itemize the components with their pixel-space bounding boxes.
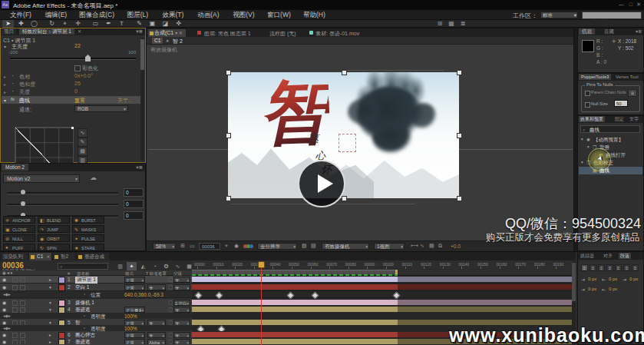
tab-motion2[interactable]: Motion 2 [2, 164, 28, 171]
menu-item-5[interactable]: 动画(A) [190, 11, 226, 19]
layer-duration-bar[interactable] [192, 277, 398, 282]
expander-icon[interactable]: ▾ [587, 144, 590, 149]
motion-slider-value-0[interactable]: 0 [124, 188, 144, 197]
panel-menu-icon[interactable]: ▾≣ [636, 28, 642, 34]
fx-brightness-slider[interactable] [10, 58, 136, 60]
timeline-search-input[interactable]: ⌕ [58, 263, 108, 270]
motion-slider-handle-0[interactable] [21, 190, 25, 194]
stopwatch-icon[interactable]: ◔ [83, 313, 85, 318]
timeline-option-icon-4[interactable]: ✪ [161, 262, 171, 270]
fx-prop-value-1[interactable]: 25 [74, 81, 81, 86]
motion-slider-handle-1[interactable] [21, 201, 25, 206]
switch-box[interactable] [20, 307, 25, 313]
tab-character[interactable]: 文字 [628, 116, 640, 122]
presets-search-input[interactable]: ⌕曲线 [580, 125, 640, 133]
align-grid-icon[interactable]: ⊞ [434, 20, 445, 28]
timeline-tab-0[interactable]: 渲染队列 [2, 253, 28, 260]
tab-1[interactable]: 对齐 [602, 253, 614, 259]
switch-box[interactable] [20, 333, 25, 338]
switch-box[interactable] [20, 300, 25, 306]
align-button-5[interactable]: ≡ [623, 264, 630, 271]
menu-item-6[interactable]: 视图(V) [226, 11, 261, 19]
eye-icon[interactable]: ◉ [2, 332, 6, 337]
slider-handle[interactable] [85, 55, 91, 61]
exposure-value[interactable]: +0.0 [451, 244, 461, 249]
current-time-indicator-handle[interactable] [258, 261, 265, 268]
indent-value-3[interactable]: 0 px [588, 287, 596, 291]
eye-icon[interactable]: ◉ [2, 339, 6, 344]
layer-mode-dropdown[interactable]: 正常▾ [124, 277, 145, 283]
puppet-pin-tool-icon[interactable]: ✜ [173, 20, 184, 28]
indent-value-4[interactable]: 0 px [609, 287, 617, 291]
null-size-checkbox[interactable] [585, 102, 590, 108]
expander-icon[interactable]: ▾ [49, 320, 51, 325]
viewer-misc-icon-2[interactable]: ▤ [429, 243, 434, 249]
close-button[interactable]: ✕ [636, 2, 641, 8]
fx-curves-about[interactable]: 关于.. [117, 97, 131, 104]
fx-brightness-value[interactable]: 22 [74, 43, 81, 48]
parent-dropdown[interactable]: 无▾ [173, 284, 190, 290]
indent-value-2[interactable]: 0 px [629, 277, 638, 281]
tree-item-0[interactable]: 【动画预置】 [593, 137, 623, 144]
menu-item-3[interactable]: 图层(L) [120, 11, 155, 19]
show-snapshot-icon[interactable]: ◉ [234, 243, 239, 249]
layer-mode-dropdown[interactable]: 正常▾ [124, 332, 145, 338]
panel-menu-icon[interactable]: ▾≣ [136, 28, 143, 35]
fx-curves-reset[interactable]: 重置 [74, 97, 85, 104]
maximize-button[interactable]: □ [629, 2, 632, 7]
tab-audio[interactable]: 音频 [601, 28, 617, 35]
track-matte-dropdown[interactable]: 无▾ [147, 284, 166, 290]
motion-button-clone[interactable]: ▣CLONE [3, 225, 35, 233]
motion-button-burst[interactable]: ✺BURST [72, 216, 104, 224]
motion-slider-value-2[interactable]: 0 [124, 211, 144, 220]
parent-chain-button[interactable]: ⧉ [628, 89, 637, 97]
selection-handle[interactable] [226, 196, 231, 201]
align-button-0[interactable]: ≡ [581, 264, 588, 271]
close-icon[interactable]: ✕ [78, 28, 81, 35]
type-tool-icon[interactable]: T [116, 20, 127, 28]
selection-tool-icon[interactable]: ➤ [2, 20, 14, 28]
eye-icon[interactable]: ◉ [2, 320, 6, 325]
menu-item-8[interactable]: 帮助(H) [296, 11, 332, 19]
parent-dropdown[interactable]: 无▾ [173, 332, 190, 338]
expander-icon[interactable]: ▸ [49, 333, 51, 337]
timeline-option-icon-5[interactable]: ∿ [173, 262, 183, 270]
keyframe-nav-icon[interactable]: ◂◆▸ [3, 292, 11, 297]
property-value[interactable]: 100% [124, 313, 137, 319]
fx-colorize-checkbox[interactable] [74, 65, 81, 71]
stamp-tool-icon[interactable]: ▣ [147, 20, 158, 28]
motion-preset-dropdown[interactable]: Motion v2▾ [3, 174, 80, 183]
switch-box[interactable] [12, 277, 18, 283]
expander-icon[interactable]: ▾ [49, 300, 51, 305]
open-curve-icon[interactable]: ▤ [78, 147, 88, 156]
motion-button-puff[interactable]: ●PUFF [3, 244, 35, 251]
tab-puppettools3[interactable]: PuppetTools3 [579, 74, 611, 80]
switch-box[interactable] [12, 285, 18, 290]
selection-handle[interactable] [457, 196, 462, 201]
fx-channel-dropdown[interactable]: RGB▾ [74, 105, 128, 112]
indent-value-0[interactable]: 0 px [588, 277, 596, 281]
align-button-2[interactable]: ≡ [598, 264, 605, 271]
snapshot-icon[interactable]: ⌖ [225, 243, 228, 249]
expander-icon[interactable]: ▾ [49, 285, 51, 290]
tab-2[interactable]: 段落 [619, 253, 631, 259]
layer-mode-dropdown[interactable]: 正片叠底▾ [124, 307, 145, 313]
selection-handle[interactable] [342, 70, 347, 75]
selection-handle[interactable] [226, 133, 231, 138]
panel-menu-icon[interactable]: ≣ [457, 20, 468, 28]
tab-project[interactable]: 项目 [2, 28, 16, 35]
hand-tool-icon[interactable]: ✚ [15, 20, 27, 28]
indent-value-1[interactable]: 0 px [609, 277, 617, 281]
parent-link-icon[interactable]: 〇 [168, 277, 173, 284]
channels-icon[interactable] [243, 244, 253, 249]
tab-effects-presets[interactable]: 效果和预置 [579, 116, 605, 122]
pan-behind-tool-icon[interactable]: ✛ [72, 20, 84, 28]
minimize-button[interactable]: — [619, 2, 624, 7]
eye-icon[interactable]: ◉ [2, 300, 6, 305]
timeline-tab-3[interactable]: 墨迹合成 [77, 253, 109, 260]
camera-tool-icon[interactable]: ⌖ [59, 20, 71, 28]
tab-composition[interactable]: 合成(C1 ▾ ✕ [148, 29, 186, 37]
layer-label-swatch[interactable] [58, 284, 65, 291]
rotate-tool-icon[interactable]: ↻ [46, 20, 58, 28]
stopwatch-icon[interactable]: ◔ [83, 292, 85, 297]
